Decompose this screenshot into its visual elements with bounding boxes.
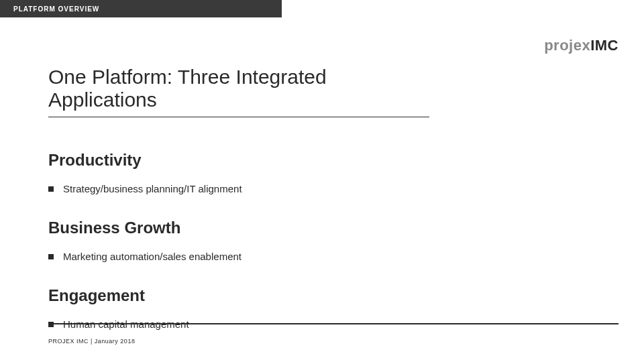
bullet-icon	[48, 254, 54, 259]
bullet-row: Strategy/business planning/IT alignment	[48, 183, 596, 194]
bullet-text: Strategy/business planning/IT alignment	[63, 183, 242, 194]
slide-title: One Platform: Three Integrated Applicati…	[48, 66, 429, 117]
footer-text: PROJEX IMC | January 2018	[48, 338, 135, 345]
logo-part1: projex	[544, 37, 590, 54]
slide-content: One Platform: Three Integrated Applicati…	[0, 17, 644, 330]
bullet-icon	[48, 186, 54, 192]
bullet-text: Marketing automation/sales enablement	[63, 251, 241, 262]
section-heading-business-growth: Business Growth	[48, 219, 596, 237]
header-bar-label: PLATFORM OVERVIEW	[13, 5, 99, 13]
section-heading-engagement: Engagement	[48, 286, 596, 305]
section-heading-productivity: Productivity	[48, 151, 596, 170]
logo: projexIMC	[544, 37, 619, 54]
bullet-row: Marketing automation/sales enablement	[48, 251, 596, 262]
logo-part2: IMC	[590, 37, 619, 54]
footer-divider	[48, 323, 619, 324]
header-bar: PLATFORM OVERVIEW	[0, 0, 282, 17]
